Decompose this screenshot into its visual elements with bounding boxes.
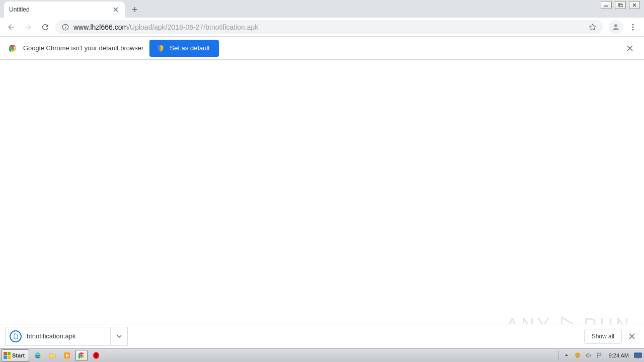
svg-rect-1 [619, 5, 622, 7]
maximize-button[interactable] [615, 1, 626, 9]
download-shelf: btnotification.apk Show all [0, 324, 644, 348]
tray-security-icon[interactable] [574, 351, 582, 359]
address-bar[interactable]: www.lhzl666.com/Upload/apk/2018-06-27/bt… [55, 20, 603, 34]
tray-flag-icon[interactable] [596, 351, 604, 359]
tray-expand-icon[interactable] [562, 351, 571, 359]
close-window-button[interactable] [629, 1, 640, 9]
url-text: www.lhzl666.com/Upload/apk/2018-06-27/bt… [73, 23, 585, 31]
tray-divider [558, 351, 558, 360]
infobar-close-icon[interactable] [624, 42, 636, 54]
download-file-icon [10, 330, 22, 342]
download-item[interactable]: btnotification.apk [5, 327, 111, 346]
chrome-logo-icon [8, 44, 17, 53]
windows-flag-icon [4, 352, 11, 359]
svg-point-16 [80, 354, 83, 356]
back-button[interactable] [4, 20, 18, 34]
tray-show-desktop-icon[interactable] [634, 351, 642, 359]
svg-point-8 [632, 29, 634, 30]
infobar-message: Google Chrome isn't your default browser [23, 44, 143, 52]
start-label: Start [12, 352, 25, 358]
set-default-button[interactable]: Set as default [149, 40, 219, 57]
new-tab-button[interactable] [128, 3, 142, 17]
close-tab-icon[interactable] [112, 6, 120, 14]
chrome-menu-button[interactable] [626, 20, 640, 34]
profile-button[interactable] [609, 20, 623, 34]
taskbar-ie-icon[interactable] [32, 350, 44, 361]
svg-point-7 [632, 26, 634, 28]
taskbar-clock[interactable]: 9:24 AM [607, 352, 631, 358]
svg-rect-20 [637, 357, 639, 358]
window-controls [601, 1, 640, 9]
svg-rect-19 [634, 353, 641, 357]
default-browser-infobar: Google Chrome isn't your default browser… [0, 37, 644, 60]
svg-rect-4 [65, 25, 65, 26]
download-shelf-close-icon[interactable] [625, 329, 639, 343]
shield-icon [156, 44, 165, 52]
reload-button[interactable] [38, 20, 52, 34]
svg-point-6 [632, 24, 634, 25]
start-button[interactable]: Start [1, 349, 29, 361]
forward-button [21, 20, 35, 34]
taskbar-opera-icon[interactable] [90, 350, 102, 361]
system-tray: 9:24 AM [557, 348, 644, 362]
taskbar-chrome-icon[interactable] [75, 350, 88, 361]
show-all-downloads-button[interactable]: Show all [584, 329, 622, 344]
download-options-button[interactable] [111, 327, 128, 346]
taskbar-explorer-icon[interactable] [46, 350, 58, 361]
svg-point-18 [95, 353, 97, 357]
tab-strip: Untitled [0, 0, 644, 18]
download-filename: btnotification.apk [27, 332, 76, 340]
minimize-button[interactable] [601, 1, 612, 9]
taskbar-media-icon[interactable] [61, 350, 73, 361]
bookmark-star-icon[interactable] [589, 23, 597, 31]
tab-title: Untitled [9, 6, 112, 13]
tray-volume-icon[interactable] [585, 351, 593, 359]
site-info-icon[interactable] [61, 23, 69, 31]
set-default-label: Set as default [170, 44, 210, 52]
svg-rect-3 [65, 26, 65, 28]
svg-point-5 [614, 24, 617, 27]
windows-taskbar: Start 9:24 AM [0, 348, 644, 362]
browser-tab[interactable]: Untitled [4, 2, 125, 18]
browser-toolbar: www.lhzl666.com/Upload/apk/2018-06-27/bt… [0, 18, 644, 37]
